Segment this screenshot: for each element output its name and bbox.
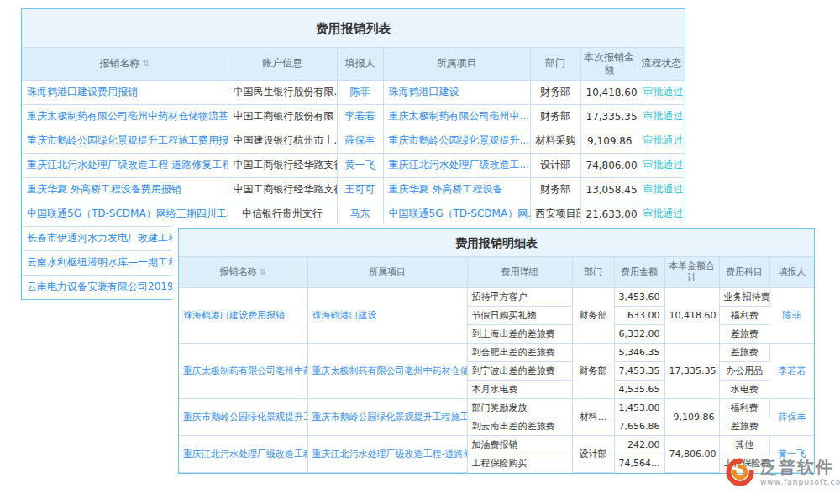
list-cell-dept: 财务部 <box>530 177 580 202</box>
list-cell-amount: 10,418.60 <box>580 80 638 104</box>
list-header-row: 报销名称⇅账户信息填报人所属项目部门本次报销金额流程状态 <box>22 48 685 80</box>
list-cell-status[interactable]: 审批通过 <box>638 80 685 104</box>
detail-cell-name[interactable]: 重庆太极制药有限公司亳州中药材 <box>179 343 307 398</box>
detail-cell-expense: 到合肥出差的差旅费 <box>467 343 572 361</box>
list-cell-project[interactable]: 中国联通5G（TD-SCDMA）网... <box>383 202 530 226</box>
list-cell-name[interactable]: 重庆太极制药有限公司亳州中药材仓储物流基地项... <box>22 104 228 129</box>
list-cell-amount: 9,109.86 <box>580 129 638 153</box>
detail-row: 珠海鹤港口建设费用报销珠海鹤港口建设招待甲方客户财务部3,453.6010,41… <box>179 287 814 306</box>
list-cell-name[interactable]: 中国联通5G（TD-SCDMA）网络三期四川工程费... <box>22 202 228 226</box>
list-column-label: 部门 <box>545 57 565 69</box>
list-cell-status[interactable]: 审批通过 <box>638 153 685 177</box>
list-cell-amount: 74,806.00 <box>580 153 638 177</box>
detail-cell-total: 74,806.00 <box>664 435 719 472</box>
detail-cell-expense: 加油费报销 <box>467 435 572 454</box>
detail-table-title: 费用报销明细表 <box>179 229 814 257</box>
list-cell-filler[interactable]: 薛保丰 <box>337 129 383 153</box>
list-cell-amount: 21,633.00 <box>580 202 638 226</box>
list-cell-account: 中国建设银行杭州市上... <box>228 129 337 153</box>
detail-column-label: 本单金额合计 <box>669 260 715 283</box>
detail-cell-subject: 福利费 <box>719 306 769 324</box>
list-cell-name[interactable]: 重庆华夏 外高桥工程设备费用报销 <box>22 177 228 202</box>
list-cell-account: 中国工商银行经华路支行 <box>228 177 337 202</box>
detail-cell-total: 10,418.60 <box>664 287 719 343</box>
list-cell-filler[interactable]: 黄一飞 <box>337 153 383 177</box>
list-column-header: 部门 <box>530 48 580 80</box>
detail-cell-project[interactable]: 珠海鹤港口建设 <box>307 287 467 343</box>
detail-cell-filler[interactable]: 李若若 <box>769 343 814 398</box>
list-cell-status[interactable]: 审批通过 <box>638 129 685 153</box>
list-cell-name[interactable]: 重庆市鹅岭公园绿化景观提升工程施工费用报销 <box>22 129 228 153</box>
detail-cell-filler[interactable]: 薛保丰 <box>769 398 814 435</box>
logo-name: 泛普软件 <box>760 458 840 476</box>
detail-column-label: 费用详细 <box>501 266 538 277</box>
detail-cell-name[interactable]: 珠海鹤港口建设费用报销 <box>179 287 307 343</box>
detail-cell-project[interactable]: 重庆市鹅岭公园绿化景观提升工程施工 <box>307 398 467 435</box>
list-column-header: 本次报销金额 <box>580 48 638 80</box>
list-cell-name[interactable]: 珠海鹤港口建设费用报销 <box>22 80 228 104</box>
logo-url: www.fanpusoft.com <box>760 478 840 486</box>
list-column-label: 账户信息 <box>262 57 302 69</box>
detail-column-header: 所属项目 <box>307 257 467 287</box>
list-column-label: 流程状态 <box>641 57 681 69</box>
detail-cell-name[interactable]: 重庆江北污水处理厂级改造工程- <box>179 435 307 472</box>
expense-detail-panel: 费用报销明细表 报销名称⇅所属项目费用详细部门费用金额本单金额合计费用科目填报人… <box>178 228 815 474</box>
detail-column-label: 报销名称 <box>220 266 257 277</box>
list-cell-filler[interactable]: 马东 <box>337 202 383 226</box>
list-cell-status[interactable]: 审批通过 <box>638 177 685 202</box>
list-cell-amount: 17,335.35 <box>580 104 638 129</box>
detail-cell-project[interactable]: 重庆江北污水处理厂级改造工程-道路修复工 <box>307 435 467 472</box>
list-cell-filler[interactable]: 陈菲 <box>337 80 383 104</box>
list-cell-name[interactable]: 重庆江北污水处理厂级改造工程-道路修复工程费用... <box>22 153 228 177</box>
list-cell-account: 中国民生银行股份有限... <box>228 80 337 104</box>
detail-cell-name[interactable]: 重庆市鹅岭公园绿化景观提升工程 <box>179 398 307 435</box>
detail-cell-project[interactable]: 重庆太极制药有限公司亳州中药材仓储物流 <box>307 343 467 398</box>
sort-icon[interactable]: ⇅ <box>260 267 266 276</box>
list-cell-status[interactable]: 审批通过 <box>638 202 685 226</box>
list-cell-filler[interactable]: 王可可 <box>337 177 383 202</box>
detail-column-header: 费用科目 <box>719 257 769 287</box>
detail-cell-dept: 材料... <box>572 398 614 435</box>
list-column-label: 报销名称 <box>100 57 140 69</box>
list-column-header: 所属项目 <box>383 48 530 80</box>
list-cell-project[interactable]: 重庆华夏 外高桥工程设备 <box>383 177 530 202</box>
detail-column-label: 费用金额 <box>621 266 658 277</box>
detail-cell-total: 17,335.35 <box>664 343 719 398</box>
detail-cell-amount: 74,564... <box>614 454 664 472</box>
list-row: 重庆市鹅岭公园绿化景观提升工程施工费用报销中国建设银行杭州市上...薛保丰重庆市… <box>22 129 685 153</box>
detail-cell-expense: 招待甲方客户 <box>467 287 572 306</box>
list-cell-dept: 材料采购 <box>530 129 580 153</box>
detail-cell-subject: 差旅费 <box>719 324 769 343</box>
detail-cell-amount: 633.00 <box>614 306 664 324</box>
detail-cell-amount: 5,346.35 <box>614 343 664 361</box>
list-column-label: 填报人 <box>345 57 375 69</box>
list-column-header: 流程状态 <box>638 48 685 80</box>
detail-cell-subject: 差旅费 <box>719 343 769 361</box>
detail-cell-dept: 财务部 <box>572 343 614 398</box>
detail-column-header: 费用详细 <box>467 257 572 287</box>
list-cell-project[interactable]: 重庆市鹅岭公园绿化景观提升... <box>383 129 530 153</box>
detail-cell-amount: 7,453.35 <box>614 361 664 380</box>
list-cell-project[interactable]: 珠海鹤港口建设 <box>383 80 530 104</box>
list-cell-project[interactable]: 重庆江北污水处理厂级改造工... <box>383 153 530 177</box>
detail-column-header: 报销名称⇅ <box>179 257 307 287</box>
detail-cell-filler[interactable]: 陈菲 <box>769 287 814 343</box>
list-column-label: 本次报销金额 <box>584 51 634 76</box>
detail-column-label: 所属项目 <box>369 266 406 277</box>
list-cell-account: 中信银行贵州支行 <box>228 202 337 226</box>
list-column-header: 账户信息 <box>228 48 337 80</box>
detail-cell-amount: 7,656.86 <box>614 417 664 435</box>
list-cell-filler[interactable]: 李若若 <box>337 104 383 129</box>
list-cell-status[interactable]: 审批通过 <box>638 104 685 129</box>
detail-cell-amount: 6,332.00 <box>614 324 664 343</box>
list-table-title: 费用报销列表 <box>22 9 685 48</box>
fanpu-logo: 泛普软件 www.fanpusoft.com <box>726 458 840 486</box>
page: 费用报销列表 报销名称⇅账户信息填报人所属项目部门本次报销金额流程状态 珠海鹤港… <box>0 0 840 504</box>
list-row: 重庆太极制药有限公司亳州中药材仓储物流基地项...中国工商银行股份有限李若若重庆… <box>22 104 685 129</box>
detail-cell-expense: 节假日购买礼物 <box>467 306 572 324</box>
detail-column-header: 部门 <box>572 257 614 287</box>
list-cell-project[interactable]: 重庆太极制药有限公司亳州中... <box>383 104 530 129</box>
detail-cell-expense: 部门奖励发放 <box>467 398 572 417</box>
sort-icon[interactable]: ⇅ <box>143 59 150 68</box>
list-row: 重庆江北污水处理厂级改造工程-道路修复工程费用...中国工商银行经华路支行黄一飞… <box>22 153 685 177</box>
